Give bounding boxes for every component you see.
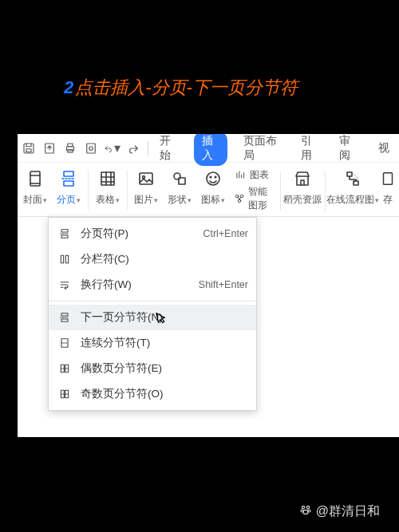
tab-start[interactable]: 开始: [155, 134, 183, 165]
svg-point-7: [89, 146, 93, 150]
svg-rect-10: [140, 173, 152, 184]
ribbon-insert: 封面▾ 分页▾ 表格▾ 图片▾ 形状▾: [18, 163, 399, 217]
chevron-down-icon: ▾: [114, 140, 120, 156]
svg-point-15: [211, 176, 212, 178]
menu-label: 分栏符(C): [81, 252, 129, 266]
wps-window: ▾ 开始 插入 页面布局 引用 审阅 视 封面▾ 分页▾: [18, 134, 399, 437]
export-icon[interactable]: [41, 140, 57, 157]
page-break-dropdown: 分页符(P) Ctrl+Enter 分栏符(C) 换行符(W) Shift+En…: [48, 217, 257, 411]
column-break-icon: [57, 251, 73, 267]
menu-column-break[interactable]: 分栏符(C): [49, 246, 256, 272]
svg-point-33: [303, 510, 308, 514]
ribbon-label: 分页▾: [57, 193, 81, 207]
menu-shortcut: Ctrl+Enter: [203, 228, 248, 239]
store-icon: [291, 167, 314, 190]
undo-icon[interactable]: ▾: [103, 140, 120, 157]
ribbon-label: 图标▾: [201, 193, 225, 207]
author-handle: @群清日和: [316, 503, 380, 520]
quick-access-toolbar: ▾ 开始 插入 页面布局 引用 审阅 视: [18, 134, 399, 163]
cover-page-icon: [24, 167, 46, 190]
svg-point-30: [306, 506, 309, 508]
text-wrap-icon: [57, 277, 73, 293]
ribbon-label: 图片▾: [134, 193, 158, 207]
instruction-caption: 2点击插入-分页-下一页分节符: [64, 76, 298, 100]
paw-icon: [298, 502, 313, 521]
menu-page-break[interactable]: 分页符(P) Ctrl+Enter: [49, 221, 256, 246]
menu-label: 奇数页分节符(O): [81, 387, 164, 401]
page-break-icon: [57, 167, 80, 190]
menu-label: 偶数页分节符(E): [81, 361, 162, 376]
svg-rect-4: [68, 144, 73, 147]
tab-view[interactable]: 视: [373, 139, 394, 158]
ribbon-page-break[interactable]: 分页▾: [53, 167, 85, 207]
ribbon-tabs: 开始 插入 页面布局 引用 审阅 视: [155, 134, 396, 166]
caption-text: 点击插入-分页-下一页分节符: [75, 77, 298, 97]
ribbon-chart-smart: 图表 智能图形: [231, 167, 277, 212]
smartart-icon: [234, 192, 245, 205]
menu-text-wrap[interactable]: 换行符(W) Shift+Enter: [49, 272, 256, 298]
svg-point-16: [215, 176, 217, 178]
menu-label: 分页符(P): [81, 227, 128, 241]
emoji-icon: [202, 167, 224, 190]
continuous-section-icon: [57, 335, 73, 351]
chart-icon: [234, 168, 247, 181]
svg-rect-1: [26, 148, 31, 152]
menu-continuous-section[interactable]: 连续分节符(T): [49, 330, 256, 356]
next-page-section-icon: [57, 309, 73, 325]
ribbon-cover-page[interactable]: 封面▾: [19, 167, 51, 207]
ribbon-chart[interactable]: 图表: [234, 168, 274, 182]
ribbon-label: 形状▾: [168, 193, 192, 207]
shapes-icon: [168, 167, 191, 190]
ribbon-label: 存: [383, 193, 393, 207]
menu-divider: [49, 301, 256, 301]
separator: [148, 141, 148, 156]
step-number: 2: [64, 77, 73, 97]
menu-next-page-section[interactable]: 下一页分节符(N): [49, 305, 256, 330]
author-watermark: @群清日和: [298, 502, 380, 521]
tab-page-layout[interactable]: 页面布局: [239, 134, 284, 165]
svg-point-29: [302, 506, 304, 508]
menu-label: 换行符(W): [81, 278, 132, 292]
svg-point-11: [143, 176, 145, 179]
svg-rect-9: [101, 172, 114, 185]
menu-odd-page-section[interactable]: 奇数页分节符(O): [49, 381, 256, 407]
odd-page-section-icon: [57, 386, 73, 402]
even-page-section-icon: [57, 361, 73, 376]
ribbon-icons[interactable]: 图标▾: [197, 167, 229, 207]
separator: [127, 171, 128, 211]
save-icon[interactable]: [21, 140, 37, 157]
menu-even-page-section[interactable]: 偶数页分节符(E): [49, 356, 256, 381]
ribbon-label: 在线流程图▾: [326, 193, 379, 207]
ribbon-label: 稻壳资源: [283, 193, 322, 207]
ribbon-flowchart[interactable]: 在线流程图▾: [328, 167, 376, 207]
menu-shortcut: Shift+Enter: [199, 279, 248, 290]
ribbon-picture[interactable]: 图片▾: [130, 167, 162, 207]
ribbon-shapes[interactable]: 形状▾: [164, 167, 196, 207]
svg-rect-6: [86, 144, 95, 153]
table-icon: [97, 167, 119, 190]
menu-label: 连续分节符(T): [81, 336, 150, 350]
svg-rect-23: [383, 173, 392, 185]
smartart-label: 智能图形: [248, 185, 274, 212]
ribbon-resource[interactable]: 稻壳资源: [284, 167, 322, 207]
page-break-icon: [57, 226, 73, 242]
chart-label: 图表: [250, 168, 269, 182]
ribbon-label: 封面▾: [23, 193, 47, 207]
ribbon-label: 表格▾: [96, 193, 120, 207]
svg-point-12: [174, 173, 180, 179]
ribbon-more[interactable]: 存: [378, 167, 397, 207]
separator: [280, 171, 281, 211]
tab-review[interactable]: 审阅: [334, 134, 362, 165]
ribbon-table[interactable]: 表格▾: [92, 167, 124, 207]
separator: [88, 171, 89, 211]
separator: [325, 171, 326, 211]
preview-icon[interactable]: [83, 140, 99, 157]
redo-icon[interactable]: [125, 140, 141, 157]
print-icon[interactable]: [62, 140, 78, 157]
picture-icon: [135, 167, 157, 190]
menu-label: 下一页分节符(N): [81, 310, 163, 325]
ribbon-smartart[interactable]: 智能图形: [234, 185, 274, 212]
tab-references[interactable]: 引用: [296, 134, 324, 165]
tab-insert[interactable]: 插入: [194, 134, 228, 166]
more-icon: [377, 167, 399, 190]
